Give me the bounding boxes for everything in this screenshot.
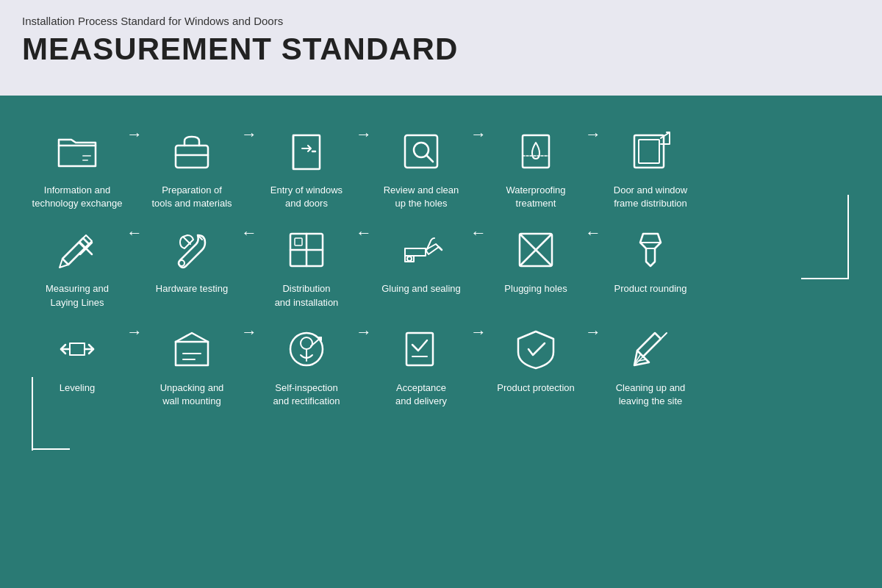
arrow-r3-3: → [356, 323, 372, 342]
step-label-hardware: Hardware testing [156, 282, 228, 295]
search-icon [395, 125, 448, 178]
step-review-holes: Review and clean up the holes [373, 125, 469, 210]
row2: Measuring and Laying Lines ← Hardware te… [22, 223, 860, 309]
arrow-r3-1: → [126, 323, 143, 342]
step-cleanup: Cleaning up and leaving the site [603, 323, 698, 408]
svg-rect-6 [639, 140, 659, 163]
main-content: Information and technology exchange → Pr… [0, 96, 882, 588]
row3: Leveling → Unpacking and wall mounting → [22, 323, 860, 408]
pin-icon [624, 223, 677, 276]
arrow-5: → [585, 125, 601, 144]
step-label-rounding: Product rounding [614, 282, 686, 295]
svg-rect-2 [405, 135, 437, 168]
step-tools-prep: Preparation of tools and materials [144, 125, 240, 210]
step-label-waterproofing: Waterproofing treatment [506, 184, 565, 210]
step-gluing: Gluing and sealing [373, 223, 469, 295]
door-icon [280, 125, 333, 178]
plug-icon [509, 223, 562, 276]
arrow-r3-2: → [241, 323, 257, 342]
toolbox-icon [165, 125, 218, 178]
step-label-measuring: Measuring and Laying Lines [46, 282, 109, 309]
svg-rect-0 [176, 146, 208, 168]
step-label-unpacking: Unpacking and wall mounting [160, 381, 224, 408]
row1: Information and technology exchange → Pr… [22, 118, 860, 210]
unpack-icon [165, 323, 218, 376]
arrow-r2-5: ← [585, 223, 601, 243]
arrow-3: → [356, 125, 372, 144]
step-label-entry-windows: Entry of windows and doors [270, 184, 343, 210]
step-waterproofing: Waterproofing treatment [488, 125, 584, 210]
step-label-tools-prep: Preparation of tools and materials [151, 184, 232, 210]
broom-icon [624, 323, 677, 376]
arrow-r2-4: ← [470, 223, 487, 243]
step-label-info-exchange: Information and technology exchange [32, 184, 123, 210]
step-label-distribution: Distribution and installation [275, 282, 339, 309]
shield-icon [509, 323, 562, 376]
glue-icon [395, 223, 448, 276]
step-label-gluing: Gluing and sealing [381, 282, 461, 295]
connector-r1-r2 [847, 195, 849, 279]
arrow-r2-2: ← [241, 223, 257, 243]
step-label-plugging: Plugging holes [504, 282, 567, 295]
step-label-acceptance: Acceptance and delivery [395, 381, 447, 408]
svg-point-10 [407, 257, 412, 261]
header-title: MEASUREMENT STANDARD [22, 32, 860, 67]
svg-rect-12 [70, 343, 85, 355]
step-label-cleanup: Cleaning up and leaving the site [616, 381, 686, 408]
step-rounding: Product rounding [603, 223, 698, 295]
frame-icon [624, 125, 677, 178]
connector-r1-r2-h [801, 278, 849, 279]
step-label-protection: Product protection [497, 381, 575, 395]
arrow-r2-1: ← [126, 223, 143, 243]
step-plugging: Plugging holes [488, 223, 584, 295]
folder-icon [51, 125, 104, 178]
arrow-4: → [470, 125, 487, 144]
step-protection: Product protection [488, 323, 584, 395]
step-label-frame-dist: Door and window frame distribution [614, 184, 687, 210]
header: Installation Process Standard for Window… [0, 0, 882, 96]
connector-l-h [32, 448, 70, 450]
step-frame-dist: Door and window frame distribution [603, 125, 698, 210]
svg-point-14 [301, 337, 312, 349]
svg-rect-4 [523, 135, 549, 168]
step-measuring: Measuring and Laying Lines [29, 223, 125, 309]
step-info-exchange: Information and technology exchange [29, 125, 125, 210]
wrench-icon [165, 223, 218, 276]
header-subtitle: Installation Process Standard for Window… [22, 15, 860, 27]
ruler-icon [51, 223, 104, 276]
step-label-self-inspect: Self-inspection and rectification [273, 381, 340, 408]
step-distribution: Distribution and installation [259, 223, 354, 309]
step-hardware: Hardware testing [144, 223, 240, 295]
grid-icon [280, 223, 333, 276]
step-entry-windows: Entry of windows and doors [259, 125, 354, 210]
arrow-2: → [241, 125, 257, 144]
connector-l-top [32, 377, 33, 451]
svg-rect-9 [295, 238, 302, 245]
step-self-inspect: Self-inspection and rectification [259, 323, 354, 408]
level-icon [51, 323, 104, 376]
arrow-r3-5: → [585, 323, 601, 342]
arrow-r2-3: ← [356, 223, 372, 243]
step-acceptance: Acceptance and delivery [373, 323, 469, 408]
waterproof-icon [509, 125, 562, 178]
step-leveling: Leveling [29, 323, 125, 395]
step-unpacking: Unpacking and wall mounting [144, 323, 240, 408]
step-label-leveling: Leveling [60, 381, 95, 395]
arrow-1: → [126, 125, 143, 144]
accept-icon [395, 323, 448, 376]
step-label-review-holes: Review and clean up the holes [384, 184, 459, 210]
arrow-r3-4: → [470, 323, 487, 342]
inspect-icon [280, 323, 333, 376]
